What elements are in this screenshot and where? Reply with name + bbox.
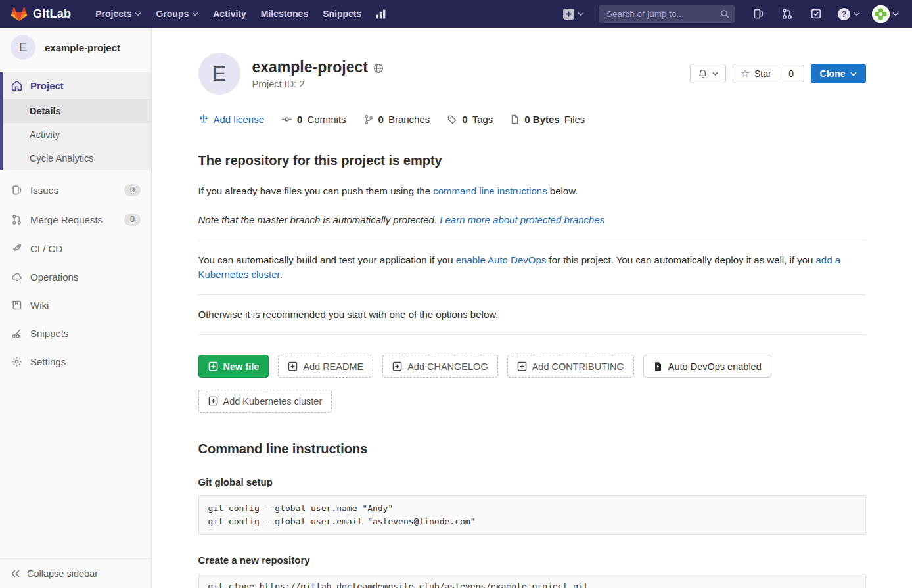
add-license-link[interactable]: Add license	[198, 113, 265, 125]
main-content: E example-project Project ID: 2	[152, 28, 912, 588]
sidebar-item-details[interactable]: Details	[3, 99, 151, 123]
chevron-down-icon	[192, 11, 198, 17]
enable-auto-devops-link[interactable]: enable Auto DevOps	[456, 254, 547, 265]
divider	[198, 334, 866, 335]
otherwise-text: Otherwise it is recommended you start wi…	[198, 307, 866, 322]
sidebar-project-avatar: E	[11, 35, 35, 60]
rocket-icon	[11, 243, 22, 254]
add-contributing-button[interactable]: Add CONTRIBUTING	[507, 355, 634, 378]
page-title: example-project	[252, 58, 368, 76]
sidebar-project-name: example-project	[45, 42, 120, 53]
project-avatar: E	[198, 53, 240, 95]
star-icon: ☆	[741, 68, 749, 79]
gear-icon	[11, 356, 22, 367]
issues-dashboard-icon[interactable]	[746, 0, 771, 28]
sidebar-item-settings[interactable]: Settings	[0, 348, 151, 376]
notifications-dropdown-button[interactable]	[690, 64, 726, 83]
repo-action-buttons: New file Add README Add CHANGELOG	[198, 355, 866, 413]
sidebar-item-snippets[interactable]: Snippets	[0, 319, 151, 348]
search-input[interactable]	[605, 9, 720, 20]
protected-branches-link[interactable]: Learn more about protected branches	[440, 214, 604, 225]
project-id-label: Project ID: 2	[252, 79, 384, 89]
scale-icon	[198, 113, 209, 125]
merge-request-icon	[11, 214, 22, 225]
add-readme-button[interactable]: Add README	[278, 355, 373, 378]
user-menu[interactable]	[869, 5, 901, 23]
help-icon: ?	[838, 8, 850, 20]
bell-icon	[698, 69, 708, 79]
merge-requests-dashboard-icon[interactable]	[775, 0, 800, 28]
user-avatar	[872, 5, 890, 23]
help-menu[interactable]: ?	[832, 0, 865, 28]
tags-stat[interactable]: 0 Tags	[447, 114, 493, 125]
divider	[198, 294, 866, 295]
files-stat[interactable]: 0 Bytes Files	[510, 114, 585, 125]
scissors-icon	[11, 328, 22, 339]
public-globe-icon	[373, 63, 384, 74]
git-global-setup-heading: Git global setup	[198, 476, 866, 487]
star-count[interactable]: 0	[779, 64, 804, 83]
nav-milestones-link[interactable]: Milestones	[254, 0, 315, 28]
gitlab-home-link[interactable]: GitLab	[11, 5, 71, 22]
gitlab-tanuki-logo-icon	[11, 5, 28, 22]
branches-stat[interactable]: 0 Branches	[363, 114, 430, 125]
sidebar-item-ci-cd[interactable]: CI / CD	[0, 235, 151, 263]
nav-activity-link[interactable]: Activity	[206, 0, 254, 28]
add-changelog-button[interactable]: Add CHANGELOG	[382, 355, 498, 378]
chevron-down-icon	[135, 11, 141, 17]
protected-branch-note: Note that the master branch is automatic…	[198, 213, 866, 227]
code-line: git clone https://gitlab.docteamdemosite…	[208, 581, 589, 588]
home-icon	[11, 80, 22, 91]
merge-requests-count-badge: 0	[124, 214, 141, 226]
sidebar-project-header[interactable]: E example-project	[0, 28, 151, 67]
sidebar-item-merge-requests[interactable]: Merge Requests 0	[0, 205, 151, 235]
book-icon	[11, 300, 22, 311]
create-repo-heading: Create a new repository	[198, 554, 866, 566]
branch-icon	[363, 114, 374, 125]
star-button[interactable]: ☆ Star	[733, 64, 779, 83]
chevron-down-icon	[712, 71, 718, 76]
issues-count-badge: 0	[124, 184, 141, 196]
plus-square-icon	[563, 9, 574, 20]
collapse-sidebar-button[interactable]: Collapse sidebar	[0, 558, 151, 588]
code-line: git config --global user.email "astevens…	[208, 516, 476, 526]
nav-groups-menu[interactable]: Groups	[148, 0, 206, 28]
create-repo-code-block: git clone https://gitlab.docteamdemosite…	[198, 574, 866, 588]
plus-square-icon	[208, 361, 218, 371]
chevron-down-icon	[850, 71, 857, 77]
doc-bolt-icon	[653, 361, 663, 371]
project-sidebar: E example-project Project Details Activi…	[0, 28, 152, 588]
commit-icon	[281, 114, 292, 125]
sidebar-item-wiki[interactable]: Wiki	[0, 291, 151, 319]
top-navbar: GitLab Projects Groups Activity Mileston…	[0, 0, 912, 28]
global-search	[599, 5, 735, 23]
new-menu-button[interactable]	[559, 0, 588, 28]
sidebar-item-cycle-analytics[interactable]: Cycle Analytics	[3, 147, 151, 170]
add-kubernetes-cluster-button[interactable]: Add Kubernetes cluster	[198, 390, 332, 413]
sidebar-item-project[interactable]: Project	[3, 72, 151, 99]
collapse-double-chevron-icon	[11, 569, 20, 578]
star-button-group: ☆ Star 0	[733, 64, 804, 83]
issues-icon	[11, 185, 22, 196]
chevron-down-icon	[892, 11, 899, 17]
sidebar-item-operations[interactable]: Operations	[0, 263, 151, 291]
sidebar-item-issues[interactable]: Issues 0	[0, 175, 151, 205]
file-icon	[510, 114, 520, 124]
sidebar-item-activity[interactable]: Activity	[3, 123, 151, 147]
nav-projects-menu[interactable]: Projects	[88, 0, 148, 28]
nav-snippets-link[interactable]: Snippets	[315, 0, 369, 28]
divider	[198, 240, 866, 240]
new-file-button[interactable]: New file	[198, 355, 269, 378]
push-instructions-text: If you already have files you can push t…	[198, 184, 866, 198]
project-stats-row: Add license 0 Commits 0 Branches	[198, 113, 866, 125]
commits-stat[interactable]: 0 Commits	[281, 114, 346, 125]
code-line: git config --global user.name "Andy"	[208, 503, 394, 513]
sidebar-nav: Project Details Activity Cycle Analytics…	[0, 72, 151, 376]
command-line-instructions-link[interactable]: command line instructions	[433, 185, 547, 196]
auto-devops-enabled-button[interactable]: Auto DevOps enabled	[643, 355, 771, 378]
todos-icon[interactable]	[804, 0, 829, 28]
plus-square-icon	[208, 396, 218, 406]
clone-button[interactable]: Clone	[811, 64, 866, 83]
plus-square-icon	[517, 361, 527, 371]
charts-icon[interactable]	[369, 0, 393, 28]
